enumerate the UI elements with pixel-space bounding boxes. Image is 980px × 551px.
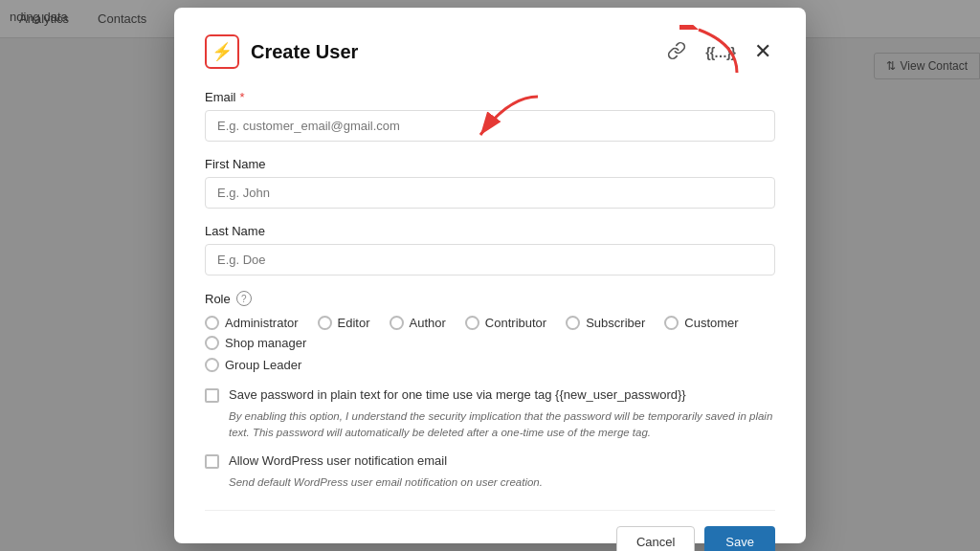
last-name-input[interactable] <box>205 244 775 276</box>
role-label-text: Role <box>205 292 231 306</box>
role-administrator[interactable]: Administrator <box>205 316 299 330</box>
email-group: Email * <box>205 90 775 142</box>
role-subscriber[interactable]: Subscriber <box>566 316 645 330</box>
close-button[interactable]: ✕ <box>750 37 775 66</box>
role-radio-administrator <box>205 316 219 330</box>
last-name-label-text: Last Name <box>205 224 265 238</box>
first-name-label-text: First Name <box>205 157 266 171</box>
role-label: Role ? <box>205 291 775 306</box>
save-button[interactable]: Save <box>704 526 775 551</box>
role-group: Role ? Administrator Editor Author <box>205 291 775 372</box>
role-row-2: Group Leader <box>205 358 775 372</box>
modal-title-group: ⚡ Create User <box>205 34 358 69</box>
link-button[interactable] <box>663 37 690 67</box>
checkbox-group: Save password in plain text for one time… <box>205 387 775 491</box>
notification-checkbox-item: Allow WordPress user notification email <box>205 453 775 469</box>
modal-header: ⚡ Create User {{…}} ✕ <box>205 34 775 69</box>
merge-tags-button[interactable]: {{…}} <box>702 39 739 64</box>
role-radio-group-leader <box>205 358 219 372</box>
required-indicator: * <box>240 90 245 104</box>
modal-icon: ⚡ <box>205 34 239 69</box>
email-input[interactable] <box>205 110 775 142</box>
role-radio-subscriber <box>566 316 580 330</box>
email-label-text: Email <box>205 90 236 104</box>
role-help-icon[interactable]: ? <box>236 291 252 306</box>
password-checkbox-item: Save password in plain text for one time… <box>205 387 775 403</box>
email-label: Email * <box>205 90 775 104</box>
modal-title: Create User <box>251 41 358 63</box>
create-user-modal: ⚡ Create User {{…}} ✕ Email <box>174 8 806 543</box>
notification-checkbox[interactable] <box>205 454 219 469</box>
first-name-group: First Name <box>205 157 775 209</box>
role-contributor-label: Contributor <box>485 316 546 330</box>
modal-footer: Cancel Save <box>205 510 775 551</box>
role-radio-shop-manager <box>205 336 219 350</box>
role-group-leader[interactable]: Group Leader <box>205 358 301 372</box>
role-customer[interactable]: Customer <box>664 316 738 330</box>
password-checkbox-label: Save password in plain text for one time… <box>229 387 686 402</box>
role-group-leader-label: Group Leader <box>225 358 301 372</box>
role-row-1: Administrator Editor Author Contributor <box>205 316 775 350</box>
role-options: Administrator Editor Author Contributor <box>205 316 775 372</box>
role-shop-manager[interactable]: Shop manager <box>205 336 306 350</box>
cancel-button[interactable]: Cancel <box>616 526 695 551</box>
lightning-icon: ⚡ <box>212 41 233 62</box>
role-subscriber-label: Subscriber <box>586 316 645 330</box>
last-name-group: Last Name <box>205 224 775 276</box>
modal-overlay: ⚡ Create User {{…}} ✕ Email <box>0 0 980 551</box>
role-administrator-label: Administrator <box>225 316 299 330</box>
role-radio-customer <box>664 316 679 330</box>
notification-checkbox-label: Allow WordPress user notification email <box>229 453 447 468</box>
role-author-label: Author <box>410 316 446 330</box>
role-radio-author <box>390 316 404 330</box>
role-contributor[interactable]: Contributor <box>465 316 546 330</box>
password-checkbox[interactable] <box>205 388 219 403</box>
role-author[interactable]: Author <box>390 316 446 330</box>
role-editor[interactable]: Editor <box>318 316 370 330</box>
modal-header-actions: {{…}} ✕ <box>663 37 775 67</box>
last-name-label: Last Name <box>205 224 775 238</box>
notification-checkbox-desc: Send default WordPress user email notifi… <box>229 474 775 491</box>
role-radio-contributor <box>465 316 479 330</box>
first-name-input[interactable] <box>205 177 775 209</box>
first-name-label: First Name <box>205 157 775 171</box>
role-radio-editor <box>318 316 332 330</box>
role-customer-label: Customer <box>684 316 738 330</box>
role-editor-label: Editor <box>338 316 370 330</box>
role-shop-manager-label: Shop manager <box>225 336 306 350</box>
password-checkbox-desc: By enabling this option, I understand th… <box>229 408 775 442</box>
